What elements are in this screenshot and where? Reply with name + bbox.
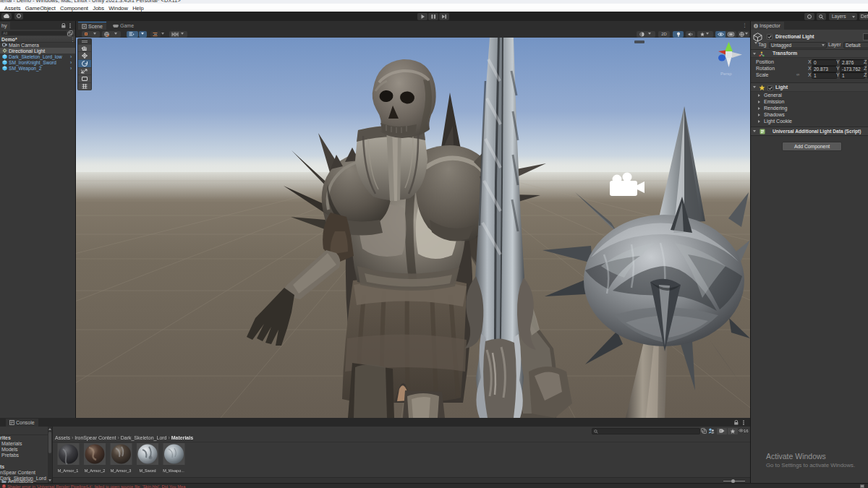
svg-text:Persp: Persp [720,72,732,76]
